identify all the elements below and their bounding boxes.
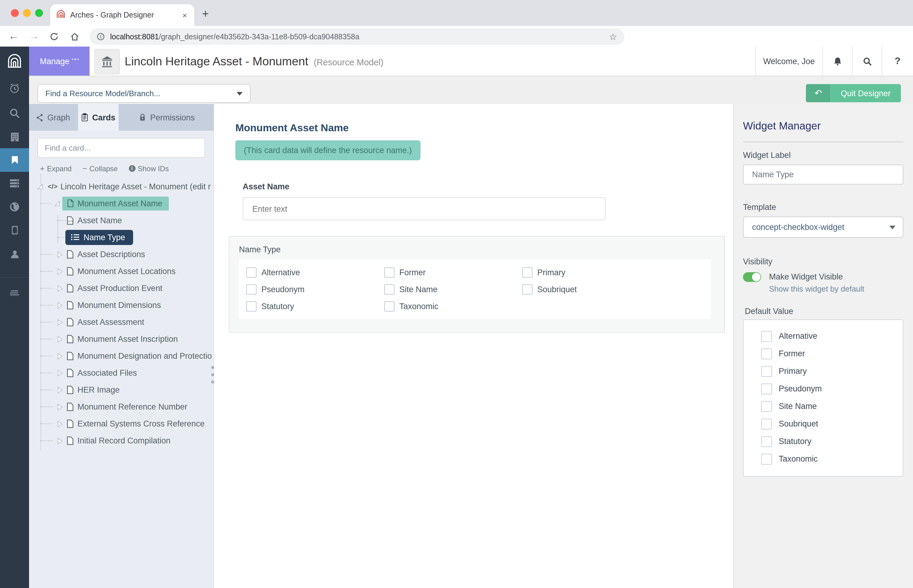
option-checkbox[interactable]: Soubriquet xyxy=(522,284,711,295)
search-button[interactable] xyxy=(852,47,882,76)
tab-close-icon[interactable]: × xyxy=(181,11,188,19)
checkbox-icon[interactable] xyxy=(384,301,394,312)
checkbox-icon[interactable] xyxy=(246,284,257,295)
expander-collapsed-icon[interactable] xyxy=(56,402,63,410)
expander-collapsed-icon[interactable] xyxy=(56,284,63,292)
expander-collapsed-icon[interactable] xyxy=(56,386,63,394)
tree-node-card[interactable]: External Systems Cross Reference xyxy=(29,415,213,432)
tree-node-card[interactable]: Asset Production Event xyxy=(29,279,213,296)
show-ids-button[interactable]: iShow IDs xyxy=(129,164,169,173)
default-option-checkbox[interactable]: Soubriquet xyxy=(761,415,903,433)
url-bar[interactable]: localhost:8081/graph_designer/e4b3562b-3… xyxy=(90,28,624,45)
tree-node-card[interactable]: Monument Designation and Protectio xyxy=(29,347,213,364)
tree-node-card[interactable]: Monument Reference Number xyxy=(29,398,213,415)
expander-collapsed-icon[interactable] xyxy=(56,352,63,360)
home-icon[interactable] xyxy=(70,26,79,47)
tree-node-card[interactable]: Monument Asset Inscription xyxy=(29,330,213,347)
checkbox-icon[interactable] xyxy=(761,436,772,447)
checkbox-icon[interactable] xyxy=(761,331,772,341)
help-button[interactable]: ? xyxy=(882,47,913,76)
tab-graph[interactable]: Graph xyxy=(29,104,77,131)
checkbox-icon[interactable] xyxy=(522,284,532,295)
expander-collapsed-icon[interactable] xyxy=(56,301,63,309)
bookmark-star-icon[interactable]: ☆ xyxy=(609,31,617,42)
profile-nav-icon[interactable] xyxy=(0,242,29,266)
quit-designer-button[interactable]: ↶ Quit Designer xyxy=(806,84,901,102)
option-checkbox[interactable]: Pseudonym xyxy=(246,284,384,295)
tree-node-selected-widget[interactable]: Name Type xyxy=(29,229,213,246)
tab-permissions[interactable]: Permissions xyxy=(120,104,213,131)
checkbox-icon[interactable] xyxy=(761,401,772,412)
checkbox-icon[interactable] xyxy=(761,453,772,464)
tree-node-card[interactable]: Asset Assessment xyxy=(29,313,213,330)
reload-icon[interactable] xyxy=(50,26,59,47)
recent-activity-icon[interactable] xyxy=(0,77,29,100)
expander-collapsed-icon[interactable] xyxy=(56,335,63,343)
checkbox-icon[interactable] xyxy=(384,267,394,278)
checkbox-icon[interactable] xyxy=(761,348,772,359)
option-checkbox[interactable]: Primary xyxy=(522,267,711,278)
visibility-toggle[interactable] xyxy=(743,272,761,282)
find-model-dropdown[interactable]: Find a Resource Model/Branch... xyxy=(37,84,250,103)
forward-icon[interactable]: → xyxy=(29,26,39,47)
tree-node-card[interactable]: Initial Record Compilation xyxy=(29,432,213,449)
expander-open-icon[interactable] xyxy=(36,183,44,190)
option-checkbox[interactable]: Taxonomic xyxy=(384,301,522,312)
checkbox-icon[interactable] xyxy=(246,267,257,278)
macos-minimize-button[interactable] xyxy=(23,9,31,17)
tree-root-node[interactable]: </> Lincoln Heritage Asset - Monument (e… xyxy=(29,178,213,195)
checkbox-icon[interactable] xyxy=(761,418,772,429)
expander-collapsed-icon[interactable] xyxy=(56,436,63,444)
graph-designer-bookmark-icon[interactable] xyxy=(0,148,29,171)
resource-manager-icon[interactable] xyxy=(0,125,29,148)
browser-tab[interactable]: Arches - Graph Designer × xyxy=(50,4,194,26)
option-checkbox[interactable]: Former xyxy=(384,267,522,278)
find-card-input[interactable]: Find a card... xyxy=(37,138,205,158)
tree-node-card[interactable]: Associated Files xyxy=(29,364,213,381)
default-option-checkbox[interactable]: Former xyxy=(761,345,903,362)
arches-logo-icon[interactable] xyxy=(0,50,29,73)
checkbox-icon[interactable] xyxy=(522,267,532,278)
globe-nav-icon[interactable] xyxy=(0,195,29,218)
default-option-checkbox[interactable]: Primary xyxy=(761,362,903,380)
tree-node-asset-name[interactable]: </> Asset Name xyxy=(29,212,213,229)
checkbox-icon[interactable] xyxy=(246,301,257,312)
widget-label-input[interactable]: Name Type xyxy=(743,165,903,184)
default-option-checkbox[interactable]: Taxonomic xyxy=(761,450,903,468)
default-option-checkbox[interactable]: Site Name xyxy=(761,397,903,415)
expander-collapsed-icon[interactable] xyxy=(56,369,63,376)
collapse-all-button[interactable]: −Collapse xyxy=(82,164,118,173)
default-option-checkbox[interactable]: Pseudonym xyxy=(761,380,903,397)
tree-node-card[interactable]: HER Image xyxy=(29,381,213,398)
checkbox-icon[interactable] xyxy=(384,284,394,295)
panel-resize-handle[interactable] xyxy=(211,362,214,388)
search-nav-icon[interactable] xyxy=(0,102,29,124)
macos-zoom-button[interactable] xyxy=(35,9,43,17)
expand-all-button[interactable]: +Expand xyxy=(40,164,72,173)
expander-collapsed-icon[interactable] xyxy=(56,267,63,275)
tree-node-selected-card[interactable]: Monument Asset Name xyxy=(29,195,213,212)
expander-collapsed-icon[interactable] xyxy=(56,318,63,326)
expander-collapsed-icon[interactable] xyxy=(56,250,63,258)
template-select[interactable]: concept-checkbox-widget xyxy=(743,216,903,238)
default-option-checkbox[interactable]: Statutory xyxy=(761,433,903,450)
manage-button[interactable]: Manage xyxy=(29,47,90,76)
option-checkbox[interactable]: Alternative xyxy=(246,267,384,278)
site-info-icon[interactable] xyxy=(97,33,105,40)
new-tab-button[interactable]: + xyxy=(202,8,209,19)
expander-collapsed-icon[interactable] xyxy=(56,420,63,427)
welcome-user[interactable]: Welcome, Joe xyxy=(755,47,822,76)
asset-name-input[interactable] xyxy=(242,197,606,220)
tree-node-card[interactable]: Asset Descriptions xyxy=(29,246,213,263)
checkbox-icon[interactable] xyxy=(761,383,772,394)
checkbox-icon[interactable] xyxy=(761,366,772,376)
server-stack-icon[interactable] xyxy=(0,172,29,195)
default-option-checkbox[interactable]: Alternative xyxy=(761,327,903,345)
tree-node-card[interactable]: Monument Dimensions xyxy=(29,296,213,313)
notifications-button[interactable] xyxy=(822,47,852,76)
macos-close-button[interactable] xyxy=(11,9,19,17)
option-checkbox[interactable]: Statutory xyxy=(246,301,384,312)
ticket-nav-icon[interactable] xyxy=(0,218,29,241)
option-checkbox[interactable]: Site Name xyxy=(384,284,522,295)
tree-node-card[interactable]: Monument Asset Locations xyxy=(29,263,213,279)
